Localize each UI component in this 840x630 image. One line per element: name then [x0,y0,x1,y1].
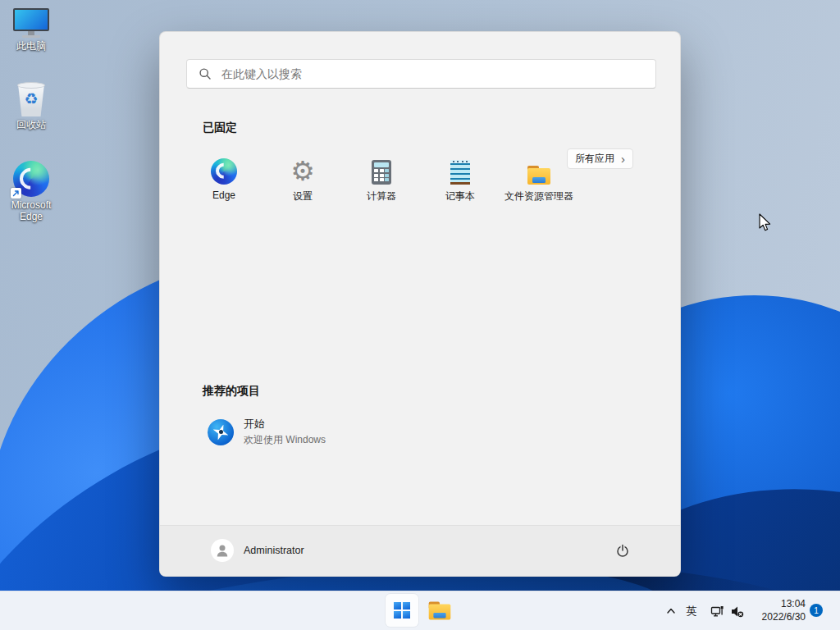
pinned-app-notepad[interactable]: 记事本 [421,155,500,208]
mouse-cursor-icon [759,213,773,233]
chevron-up-icon [665,605,677,617]
start-menu: 已固定 所有应用 › Edge ⚙ 设置 计算器 [159,31,681,577]
folder-icon [429,601,451,619]
pinned-app-file-explorer[interactable]: 文件资源管理器 [500,155,578,208]
ime-label: 英 [687,604,697,619]
recommended-item-subtitle: 欢迎使用 Windows [244,433,326,447]
all-apps-label: 所有应用 [575,152,614,166]
search-box[interactable] [186,59,656,89]
clock-time: 13:04 [762,597,806,610]
notification-badge[interactable]: 1 [810,604,823,617]
search-input[interactable] [220,66,655,81]
pinned-apps-grid: Edge ⚙ 设置 计算器 [185,155,578,208]
user-name[interactable]: Administrator [244,545,304,556]
windows-logo-icon [394,602,410,619]
tray-show-hidden-icons-button[interactable] [661,601,681,621]
recommended-item-get-started[interactable]: 开始 欢迎使用 Windows [199,412,334,452]
pinned-section-header: 已固定 [203,121,237,135]
search-icon [199,67,212,80]
this-pc-icon [0,8,62,38]
desktop-icon-this-pc[interactable]: 此电脑 [0,8,62,52]
chevron-right-icon: › [621,153,625,165]
desktop-icon-recycle-bin[interactable]: ♻ 回收站 [0,82,62,131]
desktop-icon-microsoft-edge[interactable]: Microsoft Edge [0,161,62,223]
desktop: 此电脑 ♻ 回收站 Microsoft Edge [0,0,840,630]
desktop-icon-label: Microsoft Edge [5,200,57,223]
folder-icon [527,166,550,185]
pinned-app-calculator[interactable]: 计算器 [342,155,421,208]
desktop-icon-label: 回收站 [0,120,62,131]
clock-date: 2022/6/30 [762,610,806,623]
notepad-icon [450,160,470,185]
recommended-item-title: 开始 [244,417,326,431]
start-button[interactable] [386,594,418,627]
taskbar-clock[interactable]: 13:04 2022/6/30 [762,597,806,623]
tray-network-button[interactable] [707,601,727,621]
desktop-icon-label: 此电脑 [0,41,62,52]
tray-ime-indicator[interactable]: 英 [682,601,701,621]
start-menu-user-bar: Administrator [160,525,680,576]
gear-icon: ⚙ [290,158,315,185]
recommended-section-header: 推荐的项目 [203,384,260,399]
pinned-app-edge[interactable]: Edge [185,155,263,208]
shortcut-arrow-icon [11,188,21,199]
tray-volume-button[interactable] [727,601,746,621]
recycle-bin-icon: ♻ [0,82,62,116]
network-icon [710,605,724,619]
volume-muted-icon [730,605,744,619]
edge-icon [211,158,237,185]
taskbar: 英 13:04 2022/6/30 1 [0,591,840,630]
pinned-app-settings[interactable]: ⚙ 设置 [263,155,342,208]
user-avatar[interactable] [211,539,234,562]
power-icon [615,543,630,558]
power-button[interactable] [608,536,637,565]
person-icon [214,542,231,559]
taskbar-file-explorer-button[interactable] [423,594,456,627]
calculator-icon [372,160,391,185]
edge-icon [0,161,62,197]
get-started-icon [208,419,234,445]
